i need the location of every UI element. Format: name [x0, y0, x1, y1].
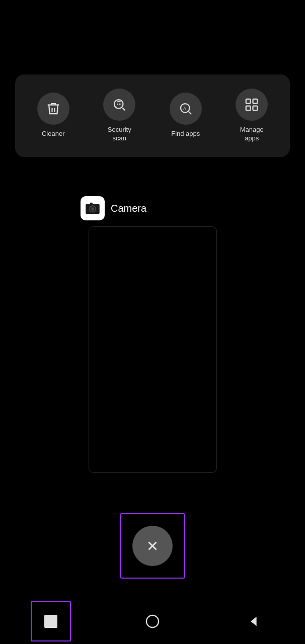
camera-icon	[85, 201, 100, 216]
security-scan-label: Securityscan	[108, 126, 131, 143]
cleaner-label: Cleaner	[42, 130, 65, 138]
quick-action-find-apps[interactable]: A Find apps	[170, 93, 202, 138]
svg-point-14	[92, 208, 93, 209]
security-scan-icon	[112, 97, 127, 112]
quick-actions-panel: Cleaner Securityscan A Find apps	[15, 74, 290, 157]
camera-app-icon	[81, 196, 105, 220]
find-apps-label: Find apps	[171, 130, 200, 138]
trash-icon	[46, 101, 61, 116]
camera-app-name: Camera	[111, 203, 146, 214]
svg-line-1	[123, 108, 125, 110]
close-icon	[145, 538, 160, 553]
quick-action-cleaner[interactable]: Cleaner	[37, 93, 69, 138]
svg-rect-7	[253, 99, 258, 104]
find-apps-icon: A	[178, 101, 193, 116]
quick-action-manage-apps[interactable]: Manageapps	[236, 89, 268, 143]
camera-preview[interactable]	[89, 226, 217, 473]
svg-point-18	[146, 615, 159, 627]
quick-action-security-scan[interactable]: Securityscan	[103, 89, 135, 143]
manage-apps-icon-circle	[236, 89, 268, 121]
home-nav-button[interactable]	[132, 601, 173, 641]
recents-nav-button[interactable]	[31, 601, 71, 641]
back-icon	[247, 614, 261, 628]
manage-apps-icon	[244, 97, 259, 112]
back-nav-button[interactable]	[234, 601, 274, 641]
app-header: Camera	[81, 196, 146, 220]
home-icon	[144, 613, 161, 629]
svg-marker-19	[251, 617, 257, 626]
find-apps-icon-circle: A	[170, 93, 202, 125]
bottom-navigation	[0, 599, 305, 644]
svg-text:A: A	[183, 106, 186, 111]
recent-apps-section: Camera	[0, 196, 305, 473]
close-recent-app-button[interactable]	[132, 526, 173, 566]
cleaner-icon-circle	[37, 93, 69, 125]
close-button-container	[120, 513, 185, 579]
svg-rect-9	[253, 106, 258, 111]
manage-apps-label: Manageapps	[240, 126, 264, 143]
svg-rect-15	[90, 203, 93, 205]
recents-icon	[44, 615, 57, 628]
svg-rect-6	[246, 99, 251, 104]
svg-rect-8	[246, 106, 251, 111]
security-scan-icon-circle	[103, 89, 135, 121]
svg-line-4	[189, 112, 191, 115]
